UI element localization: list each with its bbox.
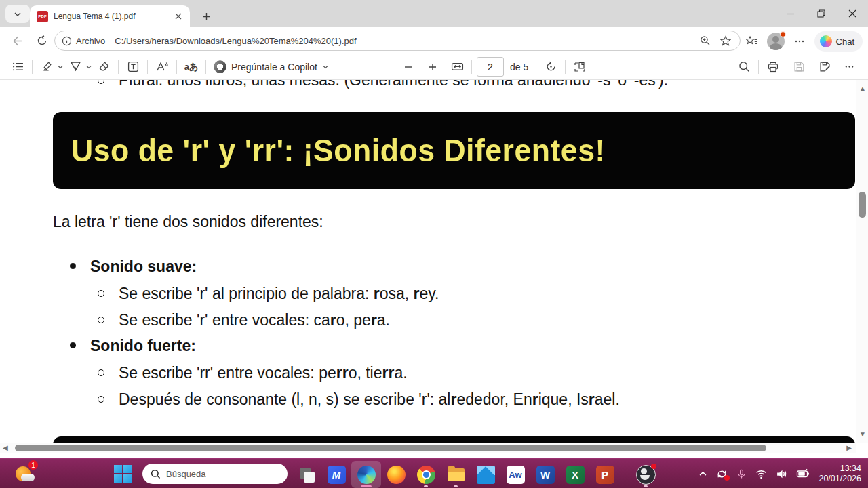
read-aloud-button[interactable] bbox=[153, 58, 172, 77]
toolbar-separator bbox=[176, 60, 177, 74]
scroll-up-arrow[interactable]: ▲ bbox=[859, 85, 866, 92]
scroll-left-arrow[interactable]: ◀ bbox=[3, 445, 8, 451]
draw-options-button[interactable] bbox=[85, 64, 92, 70]
address-bar-actions bbox=[696, 30, 734, 52]
zoom-out-button[interactable] bbox=[399, 58, 418, 77]
save-as-button[interactable] bbox=[815, 58, 834, 77]
more-tools-button[interactable] bbox=[840, 58, 859, 77]
highlight-button[interactable] bbox=[37, 58, 56, 77]
app-aw-icon: Aw bbox=[507, 466, 525, 484]
back-icon bbox=[11, 35, 22, 47]
page-number-input[interactable] bbox=[477, 57, 504, 77]
pdf-toolbar-center: de 5 bbox=[399, 57, 589, 77]
address-url: C:/Users/heras/Downloads/Lengua%20Tema%2… bbox=[115, 36, 696, 46]
scroll-right-arrow[interactable]: ▶ bbox=[846, 445, 852, 451]
bullet-icon bbox=[70, 263, 76, 269]
settings-more-button[interactable] bbox=[789, 30, 810, 52]
favorite-button[interactable] bbox=[717, 30, 734, 52]
vertical-scroll-thumb[interactable] bbox=[859, 192, 866, 218]
weather-widget[interactable]: 1 bbox=[15, 463, 37, 485]
task-view-icon bbox=[298, 466, 316, 484]
taskbar-search[interactable]: Búsqueda bbox=[142, 464, 288, 484]
intro-paragraph: La letra 'r' tiene dos sonidos diferente… bbox=[53, 213, 323, 231]
scroll-down-arrow[interactable]: ▼ bbox=[859, 431, 866, 438]
battery-icon bbox=[796, 467, 810, 481]
microphone-tray-button[interactable] bbox=[736, 469, 747, 479]
close-icon bbox=[175, 13, 182, 20]
rotate-button[interactable] bbox=[541, 58, 560, 77]
back-button[interactable] bbox=[5, 30, 27, 52]
translate-button[interactable]: aあ bbox=[182, 58, 201, 77]
print-button[interactable] bbox=[764, 58, 783, 77]
sync-alert-dot bbox=[724, 475, 730, 481]
chrome-button[interactable] bbox=[411, 461, 441, 488]
close-window-button[interactable] bbox=[837, 0, 868, 27]
fit-to-width-button[interactable] bbox=[448, 58, 467, 77]
new-tab-button[interactable] bbox=[197, 7, 216, 26]
horizontal-scroll-thumb[interactable] bbox=[15, 445, 766, 451]
chevron-down-icon bbox=[85, 64, 92, 70]
battery-tray-button[interactable] bbox=[796, 467, 810, 481]
horizontal-scrollbar[interactable]: ◀ ▶ bbox=[0, 443, 856, 453]
obs-button[interactable] bbox=[631, 461, 660, 488]
wifi-tray-button[interactable] bbox=[755, 468, 767, 480]
tray-expand-button[interactable] bbox=[698, 470, 707, 479]
restore-button[interactable] bbox=[806, 0, 837, 27]
vertical-scrollbar[interactable]: ▲ ▼ bbox=[856, 80, 868, 443]
sub-bullet-icon bbox=[98, 290, 104, 297]
browser-titlebar: PDF Lengua Tema 4 (1).pdf bbox=[0, 0, 868, 27]
app-aw-button[interactable]: Aw bbox=[500, 461, 530, 488]
window-controls bbox=[774, 0, 868, 27]
edge-taskbar-button[interactable] bbox=[351, 461, 381, 488]
table-of-contents-button[interactable] bbox=[8, 58, 27, 77]
page-view-button[interactable] bbox=[570, 58, 589, 77]
tab-close-button[interactable] bbox=[172, 10, 184, 22]
page-view-icon bbox=[574, 61, 586, 73]
ask-copilot-button[interactable]: Pregúntale a Copilot bbox=[211, 60, 332, 73]
address-bar[interactable]: Archivo C:/Users/heras/Downloads/Lengua%… bbox=[54, 30, 741, 51]
chevron-down-icon bbox=[322, 64, 329, 70]
search-document-button[interactable] bbox=[734, 58, 753, 77]
highlighter-icon bbox=[41, 61, 53, 73]
draw-button[interactable] bbox=[66, 58, 85, 77]
word-button[interactable]: W bbox=[530, 461, 560, 488]
profile-button[interactable] bbox=[767, 33, 785, 50]
task-view-button[interactable] bbox=[292, 461, 321, 488]
excel-button[interactable]: X bbox=[560, 461, 590, 488]
minimize-button[interactable] bbox=[774, 0, 806, 27]
save-button[interactable] bbox=[789, 58, 808, 77]
powerpoint-button[interactable]: P bbox=[590, 461, 620, 488]
zoom-in-button[interactable] bbox=[423, 58, 442, 77]
toolbar-separator bbox=[565, 60, 566, 74]
refresh-button[interactable] bbox=[31, 30, 53, 52]
toolbar-separator bbox=[147, 60, 148, 74]
powerpoint-icon: P bbox=[596, 466, 614, 484]
highlight-options-button[interactable] bbox=[57, 64, 64, 70]
app-m-button[interactable]: M bbox=[321, 461, 351, 488]
start-button[interactable] bbox=[114, 465, 132, 483]
favorites-bar-button[interactable] bbox=[741, 30, 763, 52]
browser-tab[interactable]: PDF Lengua Tema 4 (1).pdf bbox=[30, 5, 190, 27]
file-explorer-button[interactable] bbox=[441, 461, 471, 488]
mail-button[interactable] bbox=[471, 461, 500, 488]
sync-tray-button[interactable] bbox=[716, 468, 728, 480]
fit-width-icon bbox=[451, 60, 464, 73]
firefox-button[interactable] bbox=[381, 461, 411, 488]
copilot-chat-button[interactable]: Chat bbox=[814, 31, 863, 52]
favorite-star-icon bbox=[720, 35, 731, 46]
navbar-right-actions: Chat bbox=[741, 30, 863, 52]
pdf-page[interactable]: Plural: unos libros, unas mesas. (Genera… bbox=[0, 80, 868, 443]
tab-actions-menu-button[interactable] bbox=[5, 5, 30, 23]
info-icon bbox=[62, 36, 72, 46]
add-text-button[interactable] bbox=[123, 58, 142, 77]
rotate-icon bbox=[545, 61, 557, 73]
translate-icon: aあ bbox=[184, 61, 199, 73]
cloud-icon bbox=[21, 474, 35, 481]
toolbar-separator bbox=[758, 60, 759, 74]
volume-tray-button[interactable] bbox=[776, 468, 787, 480]
toolbar-separator bbox=[118, 60, 119, 74]
erase-button[interactable] bbox=[94, 58, 113, 77]
zoom-page-button[interactable] bbox=[696, 30, 714, 52]
document-title: Uso de 'r' y 'rr': ¡Sonidos Diferentes! bbox=[71, 132, 606, 169]
taskbar-clock[interactable]: 13:34 20/01/2026 bbox=[818, 464, 861, 484]
